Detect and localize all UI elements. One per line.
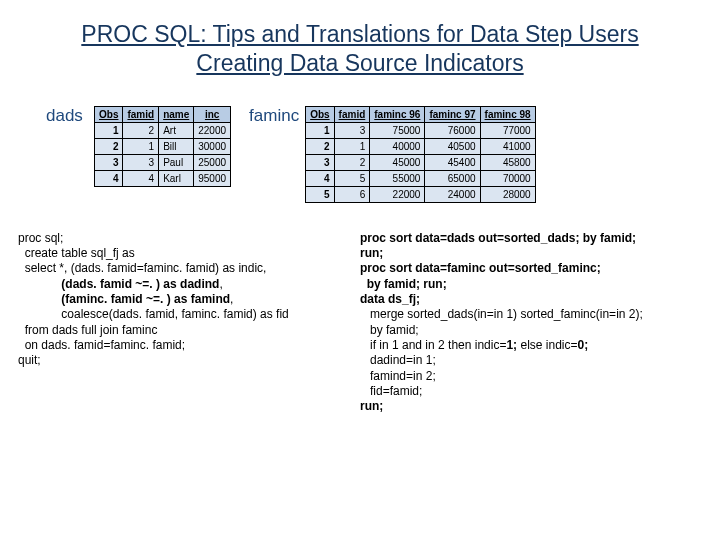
table-header-row: Obs famid name inc [95,106,231,122]
faminc-table: Obs famid faminc 96 faminc 97 faminc 98 … [305,106,536,203]
dads-label: dads [46,106,88,126]
dads-table: Obs famid name inc 12Art22000 21Bill3000… [94,106,231,187]
col-faminc96: faminc 96 [370,106,425,122]
title-line2: Creating Data Source Indicators [196,50,523,76]
col-faminc97: faminc 97 [425,106,480,122]
table-row: 44Karl95000 [95,170,231,186]
table-row: 21Bill30000 [95,138,231,154]
table-row: 45550006500070000 [306,170,536,186]
dads-group: dads Obs famid name inc 12Art22000 21Bil… [46,106,231,187]
col-name: name [159,106,194,122]
tables-row: dads Obs famid name inc 12Art22000 21Bil… [0,78,720,203]
col-obs: Obs [95,106,123,122]
table-row: 21400004050041000 [306,138,536,154]
table-row: 33Paul25000 [95,154,231,170]
table-row: 13750007600077000 [306,122,536,138]
table-header-row: Obs famid faminc 96 faminc 97 faminc 98 [306,106,536,122]
col-famid: famid [334,106,370,122]
col-inc: inc [194,106,231,122]
table-row: 32450004540045800 [306,154,536,170]
table-row: 12Art22000 [95,122,231,138]
data-step-code: proc sort data=dads out=sorted_dads; by … [360,231,702,415]
faminc-group: faminc Obs famid faminc 96 faminc 97 fam… [249,106,536,203]
sql-code: proc sql; create table sql_fj as select … [18,231,348,415]
col-obs: Obs [306,106,334,122]
faminc-label: faminc [249,106,299,126]
code-row: proc sql; create table sql_fj as select … [0,203,720,415]
col-faminc98: faminc 98 [480,106,535,122]
title-line1: PROC SQL: Tips and Translations for Data… [81,21,638,47]
table-row: 56220002400028000 [306,186,536,202]
slide-title: PROC SQL: Tips and Translations for Data… [0,0,720,78]
col-famid: famid [123,106,159,122]
